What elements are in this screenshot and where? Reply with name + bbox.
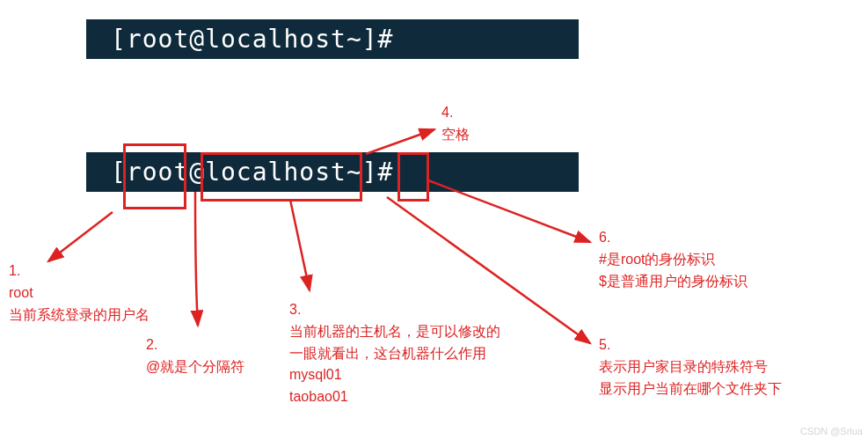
highlight-box-user bbox=[123, 143, 186, 209]
highlight-box-prompt bbox=[398, 152, 429, 202]
annotation-6: 6. #是root的身份标识 $是普通用户的身份标识 bbox=[599, 227, 748, 292]
prompt-dir: ~ bbox=[346, 25, 362, 54]
prompt-close-bracket: ] bbox=[362, 158, 378, 187]
annotation-4: 4. 空格 bbox=[441, 102, 470, 146]
watermark: CSDN @Srlua bbox=[800, 426, 863, 436]
svg-line-2 bbox=[366, 129, 434, 154]
annotation-3: 3. 当前机器的主机名，是可以修改的 一眼就看出，这台机器什么作用 mysql0… bbox=[289, 299, 500, 408]
svg-line-1 bbox=[290, 200, 310, 290]
annotation-5: 5. 表示用户家目录的特殊符号 显示用户当前在哪个文件夹下 bbox=[599, 334, 782, 400]
highlight-box-host bbox=[201, 152, 362, 202]
terminal-sample-top: [root@localhost ~]# bbox=[86, 19, 579, 59]
prompt-at: @ bbox=[189, 25, 205, 54]
prompt-symbol: # bbox=[378, 158, 394, 187]
prompt-symbol: # bbox=[378, 25, 394, 54]
prompt-host: localhost bbox=[205, 25, 346, 54]
annotation-1: 1. root 当前系统登录的用户名 bbox=[9, 260, 150, 326]
prompt-close-bracket: ] bbox=[362, 25, 378, 54]
annotation-2: 2. @就是个分隔符 bbox=[146, 334, 244, 378]
svg-line-0 bbox=[48, 212, 113, 261]
prompt-open-bracket: [ bbox=[111, 25, 127, 54]
prompt-user: root bbox=[127, 25, 189, 54]
